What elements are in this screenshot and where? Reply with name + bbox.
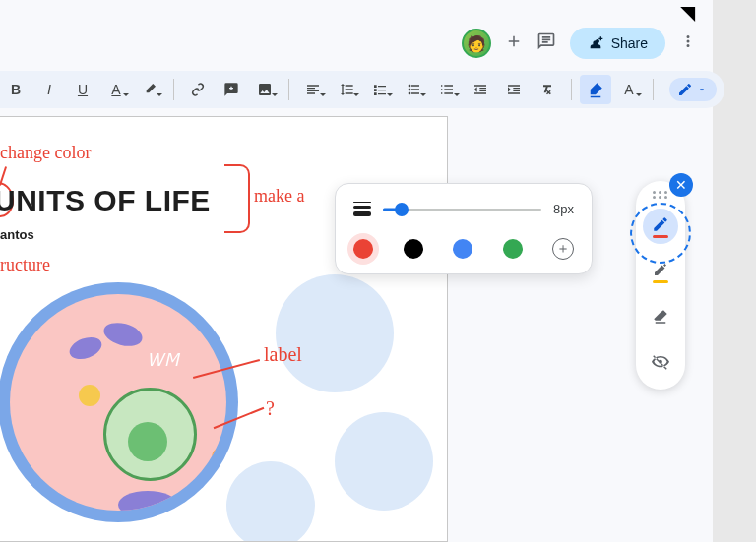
indent-increase-button[interactable] bbox=[498, 75, 530, 104]
color-swatch-red[interactable] bbox=[353, 239, 373, 259]
line-spacing-button[interactable] bbox=[331, 75, 362, 104]
add-color-button[interactable]: ＋ bbox=[552, 238, 574, 260]
annotation-make: make a bbox=[254, 186, 304, 207]
cell-illustration: 𝘞𝘔 bbox=[0, 274, 266, 542]
color-swatch-blue[interactable] bbox=[453, 239, 472, 259]
pen-floating-toolbar[interactable]: ✕ bbox=[636, 181, 685, 390]
bold-button[interactable]: B bbox=[0, 75, 32, 104]
page-title: UNITS OF LIFE bbox=[0, 184, 211, 217]
eraser-tool-button[interactable] bbox=[643, 299, 678, 334]
share-button[interactable]: Share bbox=[570, 28, 665, 59]
more-menu-icon[interactable] bbox=[679, 32, 697, 54]
add-collaborator-icon[interactable] bbox=[505, 32, 523, 54]
clear-format-button[interactable] bbox=[532, 75, 563, 104]
thickness-value: 8px bbox=[553, 202, 574, 216]
avatar[interactable]: 🧑 bbox=[462, 29, 491, 58]
highlight-color-button[interactable] bbox=[134, 75, 165, 104]
thickness-icon bbox=[353, 202, 371, 216]
annotation-label: label bbox=[264, 343, 302, 366]
italic-button[interactable]: I bbox=[33, 75, 65, 104]
visibility-toggle-button[interactable] bbox=[643, 344, 678, 380]
color-swatch-black[interactable] bbox=[404, 239, 423, 259]
highlighter-color-indicator bbox=[653, 280, 668, 283]
insert-image-button[interactable] bbox=[249, 75, 281, 104]
annotation-question: ? bbox=[266, 397, 275, 420]
bullet-list-button[interactable] bbox=[398, 75, 429, 104]
annotation-change-color: change color bbox=[0, 143, 91, 163]
highlight-ring bbox=[630, 203, 691, 264]
corner-decor: ◥ bbox=[681, 2, 695, 24]
font-style-button[interactable]: A bbox=[613, 75, 645, 104]
checklist-button[interactable] bbox=[364, 75, 396, 104]
annotation-bracket bbox=[224, 164, 250, 233]
document-page[interactable]: change color UNITS OF LIFE make a antos … bbox=[0, 116, 448, 542]
share-button-label: Share bbox=[611, 35, 648, 51]
text-color-button[interactable]: A bbox=[100, 75, 132, 104]
align-button[interactable] bbox=[297, 75, 329, 104]
insert-link-button[interactable] bbox=[182, 75, 214, 104]
pen-options-popup: 8px ＋ bbox=[335, 183, 593, 274]
add-comment-button[interactable] bbox=[216, 75, 247, 104]
numbered-list-button[interactable] bbox=[431, 75, 463, 104]
color-swatches: ＋ bbox=[353, 238, 574, 260]
annotation-structure: ructure bbox=[0, 255, 50, 275]
page-author: antos bbox=[0, 227, 34, 242]
drag-handle-icon[interactable] bbox=[652, 191, 669, 199]
comments-icon[interactable] bbox=[536, 31, 556, 55]
markup-toggle-button[interactable] bbox=[580, 75, 611, 104]
indent-decrease-button[interactable] bbox=[465, 75, 496, 104]
underline-button[interactable]: U bbox=[67, 75, 98, 104]
color-swatch-green[interactable] bbox=[503, 239, 523, 259]
format-toolbar: B I U A bbox=[0, 71, 724, 108]
editing-mode-button[interactable] bbox=[669, 78, 717, 101]
close-icon[interactable]: ✕ bbox=[669, 173, 693, 197]
header-actions: 🧑 Share bbox=[462, 28, 697, 59]
thickness-slider[interactable] bbox=[383, 206, 541, 213]
